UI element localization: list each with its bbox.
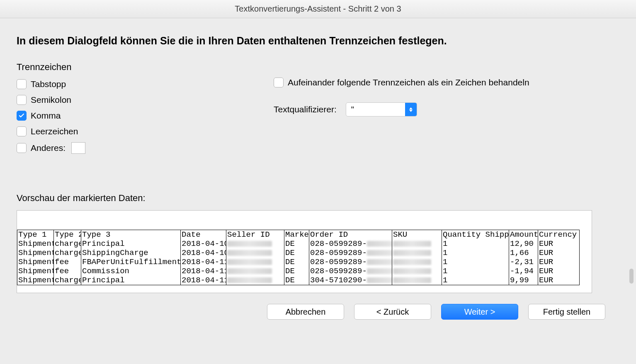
- cancel-button[interactable]: Abbrechen: [267, 304, 344, 320]
- consecutive-label: Aufeinander folgende Trennzeichen als ei…: [288, 78, 529, 87]
- col-seller: Seller ID: [226, 230, 284, 240]
- delim-semicolon-label: Semikolon: [31, 95, 71, 105]
- delim-comma-checkbox[interactable]: [17, 111, 27, 121]
- delim-semicolon-checkbox[interactable]: [17, 95, 27, 105]
- delim-space-checkbox[interactable]: [17, 126, 27, 136]
- delim-other-label: Anderes:: [31, 143, 66, 153]
- scrollbar-thumb[interactable]: [629, 269, 634, 284]
- table-header-row: Type 1 Type 2 Type 3 Date Seller ID Mark…: [17, 230, 580, 240]
- col-amount: Amount: [509, 230, 538, 240]
- col-date: Date: [181, 230, 226, 240]
- delimiters-group: Trennzeichen Tabstopp Semikolon Komma Le…: [17, 62, 232, 160]
- table-row: ShipmentchargePrincipal2018-04-11DE304-5…: [17, 276, 580, 285]
- delim-other-checkbox[interactable]: [17, 143, 27, 153]
- back-button[interactable]: < Zurück: [354, 304, 431, 320]
- delim-tab-row[interactable]: Tabstopp: [17, 79, 232, 89]
- delim-comma-label: Komma: [31, 111, 61, 121]
- table-row: ShipmentfeeFBAPerUnitFulfillmentFee2018-…: [17, 257, 580, 267]
- col-qty: Quantity Shipped: [442, 230, 509, 240]
- delim-other-row[interactable]: Anderes:: [17, 142, 232, 154]
- table-row: ShipmentchargeShippingCharge2018-04-10DE…: [17, 248, 580, 257]
- col-market: Market: [284, 230, 309, 240]
- table-row: ShipmentchargePrincipal2018-04-10DE028-0…: [17, 239, 580, 248]
- delim-tab-label: Tabstopp: [31, 79, 66, 89]
- qualifier-row: Textqualifizierer: ": [274, 102, 619, 116]
- options-group: Aufeinander folgende Trennzeichen als ei…: [274, 62, 619, 160]
- next-button[interactable]: Weiter >: [441, 304, 518, 320]
- window-titlebar: Textkonvertierungs-Assistent - Schritt 2…: [0, 0, 636, 18]
- delimiters-row: Trennzeichen Tabstopp Semikolon Komma Le…: [17, 62, 619, 160]
- delim-comma-row[interactable]: Komma: [17, 111, 232, 121]
- qualifier-select[interactable]: ": [346, 102, 417, 116]
- col-sku: SKU: [392, 230, 442, 240]
- col-order: Order ID: [309, 230, 392, 240]
- instruction-text: In diesem Dialogfeld können Sie die in I…: [17, 35, 619, 47]
- consecutive-row[interactable]: Aufeinander folgende Trennzeichen als ei…: [274, 78, 619, 87]
- window-title: Textkonvertierungs-Assistent - Schritt 2…: [235, 4, 401, 14]
- updown-icon: [405, 103, 417, 116]
- consecutive-checkbox[interactable]: [274, 78, 284, 87]
- table-row: ShipmentfeeCommission2018-04-11DE028-059…: [17, 267, 580, 276]
- delim-semicolon-row[interactable]: Semikolon: [17, 95, 232, 105]
- col-currency: Currency: [538, 230, 580, 240]
- delim-space-label: Leerzeichen: [31, 126, 78, 136]
- finish-button[interactable]: Fertig stellen: [528, 304, 605, 320]
- qualifier-label: Textqualifizierer:: [274, 104, 337, 114]
- delimiters-label: Trennzeichen: [17, 62, 232, 73]
- preview-label: Vorschau der markierten Daten:: [17, 193, 619, 204]
- delim-space-row[interactable]: Leerzeichen: [17, 126, 232, 136]
- delim-other-input[interactable]: [71, 142, 85, 154]
- col-type3: Type 3: [81, 230, 181, 240]
- button-row: Abbrechen < Zurück Weiter > Fertig stell…: [17, 304, 619, 320]
- delim-tab-checkbox[interactable]: [17, 79, 27, 89]
- col-type2: Type 2: [54, 230, 81, 240]
- col-type1: Type 1: [17, 230, 54, 240]
- dialog-content: In diesem Dialogfeld können Sie die in I…: [0, 18, 636, 328]
- preview-table: Type 1 Type 2 Type 3 Date Seller ID Mark…: [17, 230, 580, 285]
- qualifier-value: ": [346, 105, 405, 114]
- preview-box: Type 1 Type 2 Type 3 Date Seller ID Mark…: [17, 210, 592, 293]
